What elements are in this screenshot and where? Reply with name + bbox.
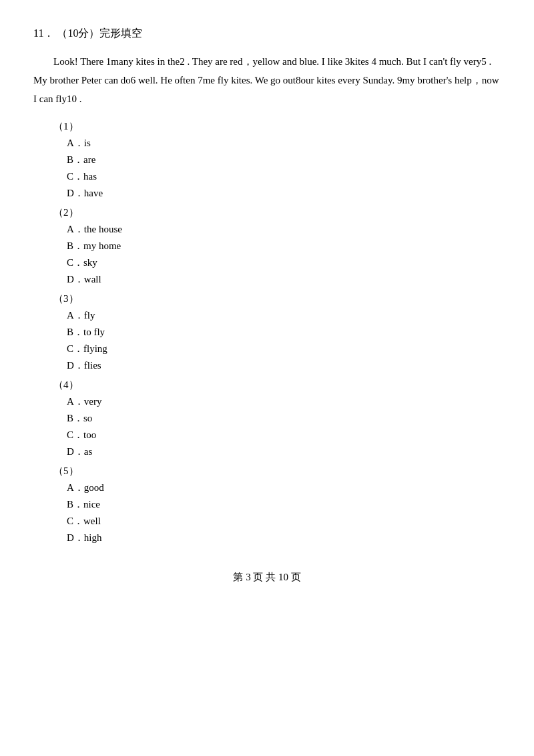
option-2-B[interactable]: B．my home [67, 240, 501, 252]
option-3-C[interactable]: C．flying [67, 343, 501, 355]
option-3-D[interactable]: D．flies [67, 359, 501, 372]
option-2-D[interactable]: D．wall [67, 273, 501, 286]
option-4-C[interactable]: C．too [67, 429, 501, 441]
sub-question-label-3: （3） [53, 293, 501, 305]
page-info: 第 3 页 共 10 页 [233, 572, 300, 582]
option-1-C[interactable]: C．has [67, 170, 501, 183]
option-4-B[interactable]: B．so [67, 412, 501, 425]
subquestions-container: （1）A．isB．areC．hasD．have（2）A．the houseB．m… [33, 120, 501, 544]
option-1-D[interactable]: D．have [67, 187, 501, 200]
option-3-B[interactable]: B．to fly [67, 326, 501, 339]
option-1-B[interactable]: B．are [67, 154, 501, 166]
option-5-C[interactable]: C．well [67, 515, 501, 528]
option-2-A[interactable]: A．the house [67, 223, 501, 236]
question-header: 11． （10分）完形填空 [33, 27, 501, 41]
question-number: 11． [33, 27, 54, 39]
sub-question-label-5: （5） [53, 465, 501, 478]
page-footer: 第 3 页 共 10 页 [33, 571, 501, 584]
option-4-D[interactable]: D．as [67, 445, 501, 458]
option-2-C[interactable]: C．sky [67, 256, 501, 269]
sub-question-label-1: （1） [53, 120, 501, 133]
option-5-D[interactable]: D．high [67, 532, 501, 544]
option-5-B[interactable]: B．nice [67, 498, 501, 511]
option-1-A[interactable]: A．is [67, 137, 501, 150]
passage-text: Look! There 1many kites in the2 . They a… [33, 53, 501, 108]
sub-question-label-2: （2） [53, 206, 501, 219]
option-4-A[interactable]: A．very [67, 395, 501, 408]
option-5-A[interactable]: A．good [67, 482, 501, 494]
question-title: （10分）完形填空 [57, 27, 142, 39]
option-3-A[interactable]: A．fly [67, 309, 501, 322]
sub-question-label-4: （4） [53, 379, 501, 391]
